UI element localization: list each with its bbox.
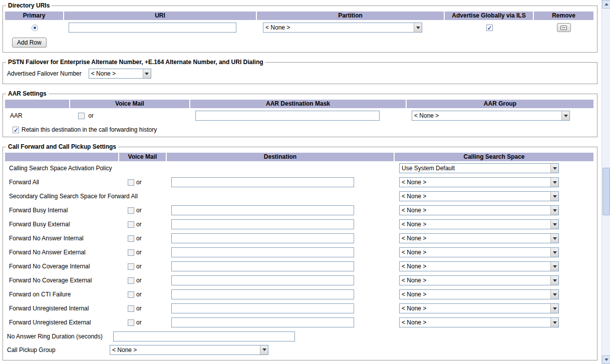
calling-search-space-value: < None > [400, 305, 550, 312]
aar-voicemail-checkbox[interactable] [78, 113, 85, 119]
or-label: or [136, 319, 142, 326]
aar-destination-mask-input[interactable] [195, 111, 380, 121]
row-label: Forward No Coverage Internal [9, 263, 90, 270]
destination-input[interactable] [171, 275, 354, 285]
primary-radio[interactable] [32, 25, 38, 31]
pstn-failover-legend: PSTN Failover for Enterprise Alternate N… [6, 59, 265, 66]
row-label: Calling Search Space Activation Policy [9, 165, 112, 172]
calling-search-space-select[interactable]: < None > [399, 219, 559, 229]
calling-search-space-value: Use System Default [400, 165, 550, 172]
dropdown-arrow-icon [143, 69, 151, 78]
aar-settings-section: AAR Settings Voice Mail AAR Destination … [3, 90, 597, 137]
dropdown-arrow-icon [550, 318, 558, 327]
row-label: Forward Unregistered External [9, 319, 91, 326]
dropdown-arrow-icon [550, 276, 558, 285]
calling-search-space-value: < None > [400, 193, 550, 200]
destination-input[interactable] [171, 261, 354, 271]
header-partition: Partition [257, 12, 445, 20]
voicemail-checkbox[interactable] [128, 249, 134, 256]
destination-input[interactable] [171, 317, 354, 327]
voicemail-checkbox[interactable] [128, 179, 134, 186]
dropdown-arrow-icon [550, 220, 558, 229]
calling-search-space-select[interactable]: < None > [399, 289, 559, 299]
call-forward-rows: Calling Search Space Activation PolicyUs… [5, 161, 594, 329]
calling-search-space-select[interactable]: < None > [399, 233, 559, 243]
or-label: or [136, 179, 142, 186]
voicemail-checkbox[interactable] [128, 235, 134, 242]
call-forward-row: Forward No Coverage Externalor< None > [5, 273, 593, 287]
advertise-ils-checkbox[interactable] [486, 25, 493, 31]
calling-search-space-select[interactable]: < None > [399, 303, 559, 313]
dropdown-arrow-icon [550, 248, 558, 257]
scroll-up-button[interactable] [602, 0, 610, 9]
calling-search-space-select[interactable]: < None > [399, 191, 559, 201]
calling-search-space-value: < None > [400, 179, 550, 186]
advertised-failover-select[interactable]: < None > [89, 69, 151, 79]
no-answer-ring-duration-label: No Answer Ring Duration (seconds) [5, 333, 113, 340]
calling-search-space-select[interactable]: < None > [399, 261, 559, 271]
calling-search-space-select[interactable]: Use System Default [399, 163, 559, 173]
destination-input[interactable] [171, 219, 354, 229]
aar-group-select[interactable]: < None > [412, 111, 570, 121]
destination-input[interactable] [171, 303, 354, 313]
uri-input[interactable] [69, 23, 236, 33]
vertical-scrollbar[interactable] [601, 0, 610, 364]
or-label: or [136, 249, 142, 256]
calling-search-space-select[interactable]: < None > [399, 275, 559, 285]
destination-input[interactable] [171, 247, 354, 257]
row-label: Forward All [9, 179, 39, 186]
retain-destination-checkbox[interactable] [13, 127, 19, 133]
or-label: or [136, 263, 142, 270]
calling-search-space-value: < None > [400, 291, 550, 298]
destination-input[interactable] [171, 289, 354, 299]
call-pickup-group-row: Call Pickup Group < None > [5, 343, 594, 356]
dropdown-arrow-icon [414, 23, 422, 32]
destination-input[interactable] [171, 177, 354, 187]
header-blank [5, 100, 70, 108]
voicemail-checkbox[interactable] [128, 263, 134, 270]
partition-select[interactable]: < None > [263, 23, 422, 33]
dropdown-arrow-icon [550, 262, 558, 271]
calling-search-space-select[interactable]: < None > [399, 317, 559, 327]
voicemail-checkbox[interactable] [128, 221, 134, 228]
call-pickup-group-select[interactable]: < None > [110, 345, 268, 355]
header-blank [5, 153, 119, 161]
destination-input[interactable] [171, 233, 354, 243]
directory-uri-row: < None > [5, 20, 593, 35]
header-voice-mail: Voice Mail [70, 100, 190, 108]
destination-input[interactable] [171, 205, 354, 215]
call-forward-row: Forward No Answer Internalor< None > [5, 231, 593, 245]
scrollbar-thumb[interactable] [602, 168, 610, 215]
voicemail-checkbox[interactable] [128, 291, 134, 298]
call-forward-row: Secondary Calling Search Space for Forwa… [5, 189, 593, 203]
advertised-failover-value: < None > [89, 70, 143, 77]
voicemail-checkbox[interactable] [128, 207, 134, 214]
scroll-down-button[interactable] [602, 355, 610, 364]
aar-row-label: AAR [10, 112, 23, 119]
row-label: Forward No Answer Internal [9, 235, 84, 242]
voicemail-checkbox[interactable] [128, 305, 134, 312]
content-area: Directory URIs Primary URI Partition Adv… [3, 2, 597, 364]
calling-search-space-value: < None > [400, 277, 550, 284]
call-forward-row: Calling Search Space Activation PolicyUs… [5, 161, 593, 175]
row-label: Forward Busy External [9, 221, 70, 228]
remove-row-button[interactable] [557, 23, 571, 32]
call-forward-row: Forward on CTI Failureor< None > [5, 287, 593, 301]
call-forward-row: Forward Unregistered Externalor< None > [5, 315, 593, 329]
header-aar-destination-mask: AAR Destination Mask [190, 100, 407, 108]
retain-destination-row: Retain this destination in the call forw… [13, 126, 594, 133]
voicemail-checkbox[interactable] [128, 277, 134, 284]
voicemail-checkbox[interactable] [128, 319, 134, 326]
add-row-button[interactable]: Add Row [12, 38, 47, 48]
calling-search-space-select[interactable]: < None > [399, 205, 559, 215]
calling-search-space-select[interactable]: < None > [399, 177, 559, 187]
dropdown-arrow-icon [260, 345, 268, 354]
arrow-down-icon [604, 358, 608, 361]
calling-search-space-value: < None > [400, 249, 550, 256]
call-forward-row: Forward Allor< None > [5, 175, 593, 189]
directory-uris-legend: Directory URIs [6, 2, 52, 9]
partition-select-value: < None > [263, 24, 414, 31]
row-label: Forward No Coverage External [9, 277, 92, 284]
no-answer-ring-duration-input[interactable] [113, 331, 295, 341]
calling-search-space-select[interactable]: < None > [399, 247, 559, 257]
